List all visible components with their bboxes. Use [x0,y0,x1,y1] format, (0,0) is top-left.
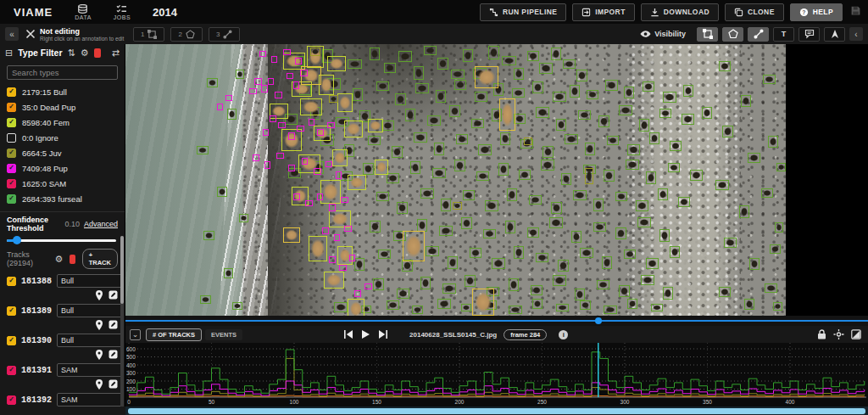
annotation-box-fur[interactable] [531,285,542,295]
gear-icon[interactable]: ⚙ [81,48,89,58]
annotation-box-fur[interactable] [420,277,431,289]
sort-icon[interactable]: ⇅ [68,48,75,58]
annotation-box-fur[interactable] [649,132,659,144]
annotation-box-fur[interactable] [236,70,244,79]
annotation-box-fur[interactable] [197,146,209,154]
annotation-box-fur[interactable] [415,83,429,93]
annotation-box-fur[interactable] [432,168,446,178]
add-track-button[interactable]: + TRACK [82,249,118,269]
type-checkbox[interactable]: ✓ [7,164,16,173]
annotation-box-fur[interactable] [509,306,522,314]
annotation-box-fur[interactable] [381,121,394,131]
annotation-box-fur[interactable] [775,222,783,233]
annotation-box-fur[interactable] [765,283,777,293]
annotation-box-fur[interactable] [587,90,598,99]
annotation-box-fur[interactable] [200,295,211,304]
annotation-box-fem[interactable] [329,210,351,227]
annotation-box-fur[interactable] [373,278,384,290]
annotation-box-fur[interactable] [604,170,615,182]
collapse-timeline-icon[interactable]: ⌄ [130,329,141,340]
edit-annotation-icon[interactable] [108,320,118,329]
annotation-box-fur[interactable] [678,197,690,207]
type-filter-row[interactable]: ✓2179:15 Bull [7,84,125,99]
track-checkbox[interactable]: ✓ [7,277,16,286]
annotation-box-fur[interactable] [203,231,214,240]
events-button[interactable]: EVENTS [205,329,242,340]
collapse-right-icon[interactable]: ‹ [849,27,863,41]
annotation-box-fur[interactable] [395,93,406,105]
annotation-box-fur[interactable] [492,258,505,269]
track-row[interactable]: ✓181388 [7,273,120,301]
annotation-box-fur[interactable] [527,51,539,61]
annotation-box-fur[interactable] [368,136,381,145]
swap-icon[interactable]: ⇄ [112,48,120,58]
annotation-box-bull[interactable] [499,98,515,131]
toggle-polygon-button[interactable] [722,27,743,42]
annotation-box-pup[interactable] [293,81,299,89]
annotation-box-fur[interactable] [392,146,403,158]
annotation-box-fem[interactable] [344,121,363,137]
location-pin-icon[interactable] [95,290,103,300]
annotation-box-fur[interactable] [434,143,444,155]
location-pin-icon[interactable] [95,320,103,330]
annotation-box-fur[interactable] [539,63,553,74]
annotation-box-fur[interactable] [461,304,471,311]
annotation-box-fur[interactable] [724,238,737,248]
annotation-box-fur[interactable] [465,275,476,287]
annotation-box-pup[interactable] [334,234,340,241]
annotation-box-fur[interactable] [378,250,391,259]
annotation-box-fur[interactable] [658,188,668,200]
annotation-box-fur[interactable] [663,92,676,103]
type-filter-row[interactable]: ✓35:0 Dead Pup [7,99,125,115]
edit-annotation-icon[interactable] [108,379,118,389]
annotation-box-pup[interactable] [217,104,223,110]
annotation-box-fur[interactable] [615,227,626,239]
annotation-box-fur[interactable] [748,153,760,163]
annotation-box-fur[interactable] [551,48,561,60]
annotation-box-fur[interactable] [387,300,399,310]
annotation-box-fem[interactable] [375,160,388,175]
annotation-box-fur[interactable] [627,299,637,309]
annotation-box-fur[interactable] [485,200,498,211]
annotation-box-fem[interactable] [300,98,322,115]
annotation-box-fur[interactable] [478,144,492,155]
annotation-box-fur[interactable] [463,190,475,200]
annotation-box-fur[interactable] [643,81,654,92]
annotation-box-fur[interactable] [417,219,427,232]
annotation-box-fur[interactable] [619,105,632,115]
mode-bbox-button[interactable]: 1 [133,27,164,42]
annotation-box-pup[interactable] [322,227,329,234]
track-row[interactable]: ✓181390 [7,333,120,361]
annotation-box-fur[interactable] [604,306,617,314]
mode-polygon-button[interactable]: 2 [170,27,202,42]
help-button[interactable]: ? HELP [790,3,843,21]
annotation-box-fur[interactable] [217,187,227,197]
annotation-box-fur[interactable] [770,244,781,254]
annotation-box-fur[interactable] [683,85,693,97]
annotation-box-fur[interactable] [682,114,694,125]
annotation-box-fur[interactable] [637,217,651,227]
annotation-box-fur[interactable] [532,299,542,309]
annotation-box-pup[interactable] [317,193,323,200]
horizontal-scrollbar[interactable] [125,407,868,415]
annotation-box-fur[interactable] [542,146,554,158]
annotation-box-fur[interactable] [454,80,466,90]
annotation-box-pup[interactable] [287,73,293,79]
annotation-box-fur[interactable] [224,268,233,278]
annotation-box-fur[interactable] [532,81,543,93]
annotation-box-fur[interactable] [414,132,427,143]
annotation-box-fem[interactable] [327,56,346,71]
lock-icon[interactable] [817,329,826,339]
edit-annotation-icon[interactable] [108,290,118,300]
collapse-left-icon[interactable]: « [5,27,19,41]
annotation-box-pup[interactable] [225,95,232,101]
type-checkbox[interactable]: ✓ [7,118,16,127]
annotation-box-fur[interactable] [454,160,465,171]
annotation-box-fur[interactable] [553,275,566,286]
save-icon[interactable] [850,4,861,20]
annotation-box-pup[interactable] [276,153,284,159]
track-type-input[interactable] [57,274,123,288]
annotation-box-fur[interactable] [541,160,554,171]
annotation-box-fur[interactable] [354,258,364,271]
type-checkbox[interactable]: ✓ [7,87,16,97]
